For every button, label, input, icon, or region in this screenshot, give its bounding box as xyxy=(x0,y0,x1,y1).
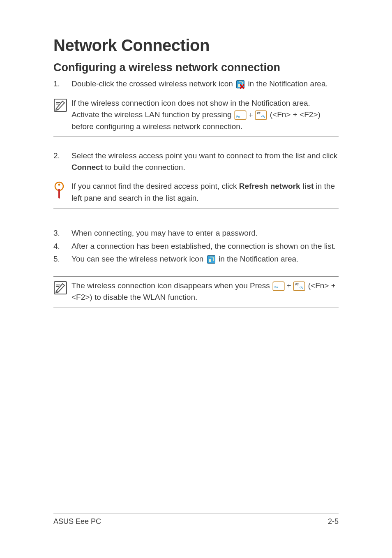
step-body: Double-click the crossed wireless networ… xyxy=(71,78,339,90)
note-pencil-icon xyxy=(53,280,71,303)
note-pencil-icon xyxy=(53,97,71,133)
step-number: 2. xyxy=(53,150,71,173)
svg-rect-5 xyxy=(58,189,60,198)
text: in the Notification area. xyxy=(248,79,327,88)
footer-left: ASUS Eee PC xyxy=(53,517,101,526)
step-2: 2. Select the wireless access point you … xyxy=(53,150,339,173)
step-number: 4. xyxy=(53,241,71,252)
step-body: Select the wireless access point you wan… xyxy=(71,150,339,173)
note-body: The wireless connection icon disappears … xyxy=(71,280,339,303)
footer-right: 2-5 xyxy=(328,517,339,526)
note-block-3: The wireless connection icon disappears … xyxy=(53,276,339,308)
note-block-2: If you cannot find the desired access po… xyxy=(53,177,339,208)
note-block-1: If the wireless connection icon does not… xyxy=(53,94,339,137)
step-1: 1. Double-click the crossed wireless net… xyxy=(53,78,339,90)
svg-point-4 xyxy=(58,184,60,186)
f2-key-icon xyxy=(293,282,305,291)
f2-key-icon xyxy=(255,111,267,120)
step-number: 5. xyxy=(53,253,71,265)
plus-icon: + xyxy=(249,110,253,121)
step-number: 1. xyxy=(53,78,71,90)
text: Select the wireless access point you wan… xyxy=(71,151,337,160)
step-body: When connecting, you may have to enter a… xyxy=(71,227,339,239)
text: You can see the wireless network icon xyxy=(71,255,206,263)
fn-key-icon xyxy=(235,111,246,120)
bold-text: Refresh network list xyxy=(239,182,314,190)
text: The wireless connection icon disappears … xyxy=(71,281,272,290)
fn-key-icon xyxy=(273,282,284,291)
tip-bulb-icon xyxy=(53,181,71,204)
wireless-crossed-icon xyxy=(236,80,244,88)
text: in the Notification area. xyxy=(219,255,298,263)
note-body: If you cannot find the desired access po… xyxy=(71,181,339,204)
text: Double-click the crossed wireless networ… xyxy=(71,79,235,88)
step-3: 3. When connecting, you may have to ente… xyxy=(53,227,339,239)
step-body: After a connection has been established,… xyxy=(71,241,339,252)
text: If you cannot find the desired access po… xyxy=(71,182,239,190)
page-subtitle: Configuring a wireless network connectio… xyxy=(53,61,339,74)
text: to build the connection. xyxy=(103,163,185,171)
plus-icon: + xyxy=(287,280,291,292)
bold-text: Connect xyxy=(71,163,103,171)
step-number: 3. xyxy=(53,227,71,239)
page-footer: ASUS Eee PC 2-5 xyxy=(53,514,339,526)
step-4: 4. After a connection has been establish… xyxy=(53,241,339,252)
step-5: 5. You can see the wireless network icon… xyxy=(53,253,339,265)
step-body: You can see the wireless network icon in… xyxy=(71,253,339,265)
page-title: Network Connection xyxy=(53,36,339,55)
wireless-icon xyxy=(207,255,215,264)
note-body: If the wireless connection icon does not… xyxy=(71,97,339,133)
